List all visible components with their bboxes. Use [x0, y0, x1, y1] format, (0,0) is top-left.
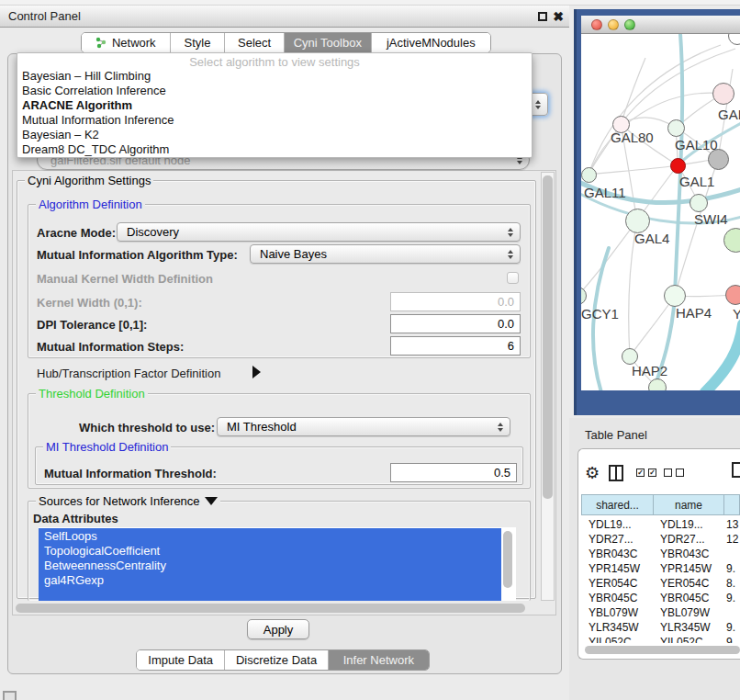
cell[interactable]: 9. [726, 561, 735, 576]
list-scrollbar-thumb[interactable] [503, 531, 512, 588]
node-circle-gal11[interactable] [581, 167, 597, 183]
aracne-mode-combo[interactable]: Discovery [117, 222, 521, 242]
cell[interactable]: 12 [726, 532, 738, 547]
tab-discretize-data[interactable]: Discretize Data [225, 650, 328, 670]
table-hscrollbar-thumb[interactable] [585, 646, 740, 654]
manual-kernel-checkbox[interactable] [507, 272, 519, 284]
algorithm-definition-title: Algorithm Definition [36, 198, 145, 211]
cell[interactable]: YIL052C [660, 635, 703, 643]
node-circle-gal4[interactable] [625, 209, 650, 233]
node-circle-hap4[interactable] [664, 285, 686, 307]
mi-type-combo[interactable]: Naive Bayes [250, 244, 521, 264]
cell[interactable]: YDR27... [660, 532, 705, 547]
cell[interactable]: YDR27... [589, 532, 633, 547]
data-attributes-list[interactable]: SelfLoops TopologicalCoefficient Between… [39, 527, 516, 601]
dpi-tolerance-input[interactable]: 0.0 [390, 314, 521, 333]
partial-icon [3, 691, 17, 700]
collapse-arrow-icon[interactable] [205, 497, 218, 505]
cell[interactable]: 13 [726, 517, 738, 532]
gear-icon[interactable]: ⚙ [585, 463, 600, 483]
minimize-traffic-icon[interactable] [608, 19, 619, 30]
algorithm-placeholder: Select algorithm to view settings [17, 55, 532, 69]
select-all-checkbox-icon[interactable]: ✓ [636, 469, 645, 477]
mi-threshold-input[interactable]: 0.5 [390, 463, 517, 482]
cell[interactable]: 8. [726, 576, 735, 591]
node-circle-y[interactable] [725, 285, 740, 305]
cell[interactable]: YBR045C [589, 591, 637, 605]
cell[interactable]: YBL079W [589, 605, 638, 620]
mi-steps-input[interactable]: 6 [390, 336, 521, 356]
dpi-tolerance-value: 0.0 [498, 317, 514, 331]
tab-impute-data[interactable]: Impute Data [137, 650, 225, 670]
document-icon[interactable] [732, 462, 740, 478]
network-canvas[interactable]: GAL80 GAL10 GAL1 GAL11 SWI4 GAL4 GCY1 HA… [581, 34, 740, 390]
select-all-checkbox-icon[interactable]: ✓ [648, 469, 656, 477]
attribute-item[interactable]: gal4RGexp [44, 573, 494, 588]
expand-arrow-icon[interactable] [252, 366, 261, 378]
kernel-width-label: Kernel Width (0,1): [37, 296, 142, 310]
tab-cyni-toolbox[interactable]: Cyni Toolbox [285, 33, 372, 52]
tab-style[interactable]: Style [171, 33, 226, 52]
column-header-shared[interactable]: shared... [581, 494, 654, 515]
cell[interactable]: YPR145W [589, 561, 640, 576]
cell[interactable]: YLR345W [660, 620, 711, 635]
tab-select[interactable]: Select [225, 33, 285, 52]
tab-network[interactable]: Network [82, 33, 171, 52]
zoom-traffic-icon[interactable] [624, 19, 635, 30]
node-circle-gal10[interactable] [667, 119, 685, 137]
column-header-name[interactable]: name [653, 494, 724, 515]
node-label: GCY1 [581, 306, 619, 322]
aracne-mode-value: Discovery [127, 225, 179, 239]
close-icon[interactable]: ✖ [553, 12, 564, 21]
algorithm-option[interactable]: Bayesian – Hill Climbing [22, 69, 151, 84]
algorithm-option[interactable]: Bayesian – K2 [22, 128, 99, 142]
cell[interactable]: 9 [726, 635, 733, 643]
node-circle-swi4[interactable] [690, 194, 708, 212]
deselect-all-checkbox-icon[interactable] [676, 469, 684, 477]
float-panel-icon[interactable] [538, 12, 547, 21]
settings-scrollbar-thumb[interactable] [543, 175, 553, 499]
kernel-width-input[interactable]: 0.0 [390, 292, 521, 311]
deselect-all-checkbox-icon[interactable] [664, 469, 672, 477]
cell[interactable]: 9. [726, 620, 735, 635]
algorithm-option[interactable]: Dream8 DC_TDC Algorithm [22, 142, 169, 157]
cell[interactable]: YIL052C [589, 635, 632, 643]
cell[interactable]: 9. [726, 591, 735, 605]
mi-type-value: Naive Bayes [260, 247, 327, 261]
tab-infer-network[interactable]: Infer Network [329, 650, 429, 670]
which-threshold-combo[interactable]: MI Threshold [217, 417, 510, 436]
network-icon [95, 37, 107, 49]
threshold-definition-title: Threshold Definition [36, 387, 148, 401]
columns-icon[interactable] [609, 465, 623, 481]
cell[interactable]: YER054C [589, 576, 637, 591]
node-circle-gal[interactable] [712, 83, 734, 105]
attribute-item[interactable]: SelfLoops [44, 529, 494, 544]
attribute-item[interactable]: TopologicalCoefficient [44, 544, 494, 559]
control-panel-title: Control Panel [8, 9, 81, 23]
node-label: GAL1 [679, 174, 714, 189]
attribute-item[interactable]: BetweennessCentrality [44, 559, 494, 573]
close-traffic-icon[interactable] [591, 19, 602, 30]
algorithm-option[interactable]: Basic Correlation Inference [22, 84, 166, 98]
cell[interactable]: YBL079W [660, 605, 710, 620]
cell[interactable]: YBR045C [660, 591, 709, 605]
network-window-titlebar[interactable] [581, 16, 740, 34]
cell[interactable]: YDL19... [589, 517, 632, 532]
cell[interactable]: YLR345W [589, 620, 639, 635]
cell[interactable]: YBR043C [660, 547, 709, 561]
cell[interactable]: YDL19... [660, 517, 703, 532]
cell[interactable]: YPR145W [660, 561, 712, 576]
tab-network-label: Network [112, 36, 156, 50]
cell[interactable]: YER054C [660, 576, 709, 591]
column-header-partial[interactable] [723, 494, 740, 515]
stepper-icon [498, 423, 503, 432]
node-circle[interactable] [648, 378, 667, 390]
settings-hscrollbar-thumb[interactable] [16, 604, 525, 613]
node-circle-gal1[interactable] [670, 158, 686, 174]
tab-jactivemnodules[interactable]: jActiveMNodules [372, 33, 490, 52]
cell[interactable]: YBR043C [589, 547, 637, 561]
algorithm-option-selected[interactable]: ARACNE Algorithm [22, 98, 132, 113]
mi-steps-value: 6 [508, 339, 514, 353]
algorithm-option[interactable]: Mutual Information Inference [22, 113, 174, 128]
apply-button[interactable]: Apply [247, 619, 309, 639]
